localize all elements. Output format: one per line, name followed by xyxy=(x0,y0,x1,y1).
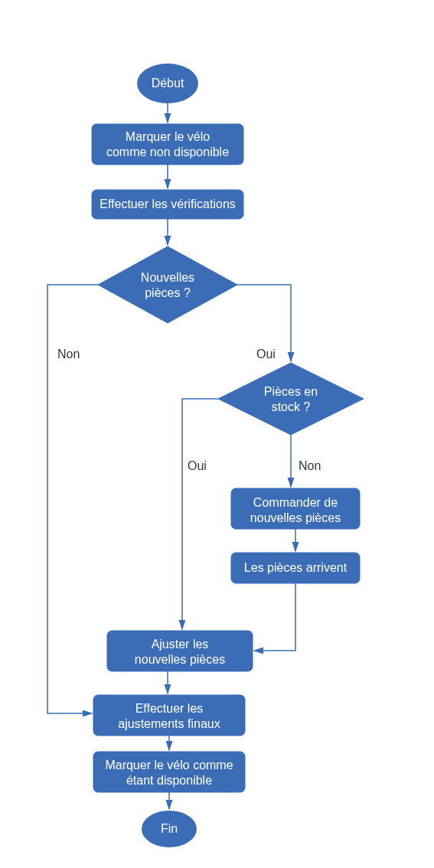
connector xyxy=(254,583,295,651)
connector-oui-2 xyxy=(182,399,218,629)
step5-line2: nouvelles pièces xyxy=(135,653,225,666)
decision-parts-stock xyxy=(218,363,364,435)
step3-line2: nouvelles pièces xyxy=(250,511,341,524)
step5-line1: Ajuster les xyxy=(152,638,209,651)
step1-line2: comme non disponible xyxy=(106,145,229,158)
decision-new-parts xyxy=(98,246,237,323)
step7-line1: Marquer le vélo comme xyxy=(105,759,233,772)
step6-line1: Effectuer les xyxy=(135,702,204,715)
step1-line1: Marquer le vélo xyxy=(126,130,210,143)
flowchart-diagram: Début Marquer le vélo comme non disponib… xyxy=(0,0,434,868)
start-label: Début xyxy=(152,77,184,90)
step6-line2: ajustements finaux xyxy=(118,717,220,730)
end-label: Fin xyxy=(161,822,178,835)
step3-line1: Commander de xyxy=(253,496,338,509)
label-non-1: Non xyxy=(57,348,80,361)
step4-label: Les pièces arrivent xyxy=(244,561,348,574)
label-oui-2: Oui xyxy=(188,459,207,472)
label-oui-1: Oui xyxy=(256,348,276,361)
decision2-line1: Pièces en xyxy=(264,385,318,398)
decision2-line2: stock ? xyxy=(272,400,311,413)
step7-line2: étant disponible xyxy=(126,774,212,787)
label-non-2: Non xyxy=(299,459,321,472)
decision1-line2: pièces ? xyxy=(145,286,191,299)
decision1-line1: Nouvelles xyxy=(141,271,194,284)
step2-label: Effectuer les vérifications xyxy=(100,197,236,210)
